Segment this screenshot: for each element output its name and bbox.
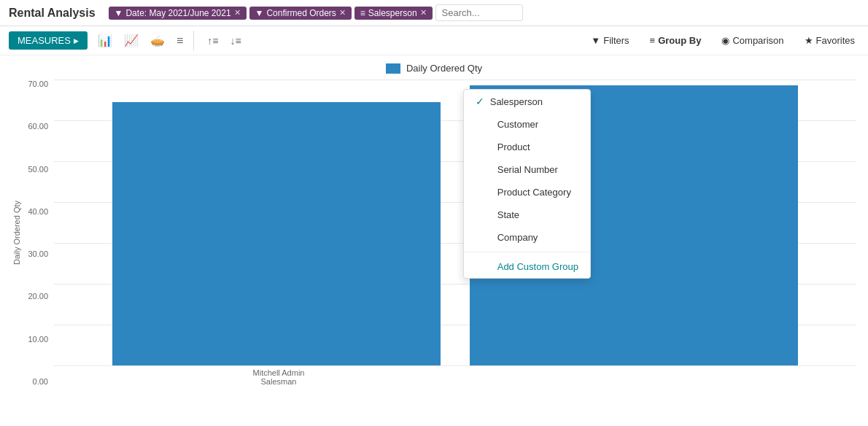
line-chart-icon[interactable]: 📈 bbox=[120, 31, 143, 50]
date-filter-label: Date: May 2021/June 2021 bbox=[125, 8, 230, 18]
groupby-company-label: Company bbox=[497, 232, 538, 243]
filters-icon: ▼ bbox=[591, 35, 600, 46]
stacked-icon[interactable]: ≡ bbox=[172, 31, 187, 50]
legend-label: Daily Ordered Qty bbox=[406, 63, 482, 74]
search-input[interactable] bbox=[435, 4, 523, 21]
chart-area: Daily Ordered Qty 70.00 60.00 50.00 40.0… bbox=[12, 80, 856, 386]
y-tick: 50.00 bbox=[28, 165, 48, 174]
x-label-1-role: Salesman bbox=[86, 377, 471, 386]
y-tick: 10.00 bbox=[28, 335, 48, 344]
add-custom-label: Add Custom Group bbox=[497, 261, 578, 272]
check-icon: ✓ bbox=[476, 96, 484, 107]
date-filter-tag[interactable]: ▼ Date: May 2021/June 2021 ✕ bbox=[109, 7, 247, 20]
groupby-label: Group By bbox=[658, 35, 701, 46]
chart-legend: Daily Ordered Qty bbox=[12, 63, 856, 74]
filter-icon: ▼ bbox=[115, 8, 123, 18]
groupby-item-serial-number[interactable]: Serial Number bbox=[464, 158, 590, 181]
groupby-state-label: State bbox=[497, 209, 519, 220]
favorites-icon: ★ bbox=[805, 35, 813, 46]
salesperson-filter-remove[interactable]: ✕ bbox=[420, 8, 427, 18]
bar-group-1 bbox=[112, 80, 441, 365]
page-title: Rental Analysis bbox=[9, 7, 96, 20]
chart-type-group: 📊 📈 🥧 ≡ bbox=[93, 31, 194, 50]
filter-icon3: ≡ bbox=[360, 8, 365, 18]
order-filter-tag[interactable]: ▼ Confirmed Orders ✕ bbox=[249, 7, 352, 20]
y-axis-label: Daily Ordered Qty bbox=[12, 201, 21, 265]
header-bar: Rental Analysis ▼ Date: May 2021/June 20… bbox=[0, 0, 868, 26]
x-axis: Mitchell Admin Salesman bbox=[54, 365, 856, 386]
bars-container bbox=[54, 80, 856, 365]
y-tick: 70.00 bbox=[28, 80, 48, 88]
filter-icon2: ▼ bbox=[255, 8, 264, 18]
sort-group: ↑≡ ↓≡ bbox=[203, 32, 245, 50]
filters-button[interactable]: ▼ Filters bbox=[586, 32, 633, 49]
groupby-item-product-category[interactable]: Product Category bbox=[464, 181, 590, 204]
groupby-item-salesperson[interactable]: ✓ Salesperson bbox=[464, 90, 590, 113]
pie-chart-icon[interactable]: 🥧 bbox=[146, 31, 169, 50]
bar-chart-icon[interactable]: 📊 bbox=[93, 31, 117, 50]
toolbar: MEASURES 📊 📈 🥧 ≡ ↑≡ ↓≡ ▼ Filters ≡ Group… bbox=[0, 26, 868, 55]
x-label-2 bbox=[471, 368, 856, 386]
groupby-salesperson-label: Salesperson bbox=[490, 96, 543, 107]
groupby-icon: ≡ bbox=[650, 35, 656, 46]
right-controls: ▼ Filters ≡ Group By ◉ Comparison ★ Favo… bbox=[586, 32, 859, 49]
groupby-customer-label: Customer bbox=[497, 119, 538, 130]
groupby-product-label: Product bbox=[497, 142, 530, 152]
chart-plot bbox=[54, 80, 856, 365]
dropdown-divider bbox=[464, 252, 590, 252]
legend-color-swatch bbox=[386, 63, 400, 74]
x-label-1-name: Mitchell Admin bbox=[86, 368, 471, 377]
x-label-1: Mitchell Admin Salesman bbox=[86, 368, 471, 386]
filters-label: Filters bbox=[603, 35, 629, 46]
comparison-label: Comparison bbox=[732, 35, 783, 46]
comparison-button[interactable]: ◉ Comparison bbox=[717, 32, 788, 49]
grid-line bbox=[54, 365, 856, 366]
y-tick: 40.00 bbox=[28, 207, 48, 216]
add-custom-group-item[interactable]: Add Custom Group bbox=[464, 255, 590, 278]
y-tick: 20.00 bbox=[28, 292, 48, 301]
groupby-serial-label: Serial Number bbox=[497, 164, 558, 175]
measures-label: MEASURES bbox=[18, 35, 71, 46]
y-tick: 0.00 bbox=[33, 377, 48, 386]
y-tick: 30.00 bbox=[28, 249, 48, 258]
comparison-icon: ◉ bbox=[721, 35, 729, 46]
main-content: Daily Ordered Qty Daily Ordered Qty 70.0… bbox=[0, 55, 868, 393]
order-filter-label: Confirmed Orders bbox=[266, 8, 336, 18]
date-filter-remove[interactable]: ✕ bbox=[234, 8, 241, 18]
groupby-item-customer[interactable]: Customer bbox=[464, 113, 590, 136]
groupby-dropdown: ✓ Salesperson Customer Product Serial Nu… bbox=[463, 89, 591, 279]
favorites-button[interactable]: ★ Favorites bbox=[800, 32, 859, 49]
sort-desc-icon[interactable]: ↓≡ bbox=[225, 32, 245, 50]
groupby-button[interactable]: ≡ Group By bbox=[646, 32, 706, 49]
groupby-category-label: Product Category bbox=[497, 187, 571, 198]
groupby-item-company[interactable]: Company bbox=[464, 226, 590, 249]
salesperson-filter-label: Salesperson bbox=[368, 8, 417, 18]
bar-1 bbox=[112, 102, 441, 365]
measures-button[interactable]: MEASURES bbox=[9, 31, 88, 50]
groupby-item-state[interactable]: State bbox=[464, 204, 590, 226]
order-filter-remove[interactable]: ✕ bbox=[339, 8, 346, 18]
salesperson-filter-tag[interactable]: ≡ Salesperson ✕ bbox=[354, 7, 433, 20]
favorites-label: Favorites bbox=[816, 35, 855, 46]
y-tick: 60.00 bbox=[28, 122, 48, 131]
filter-tags: ▼ Date: May 2021/June 2021 ✕ ▼ Confirmed… bbox=[109, 4, 859, 21]
y-axis: 70.00 60.00 50.00 40.00 30.00 20.00 10.0… bbox=[22, 80, 54, 386]
groupby-item-product[interactable]: Product bbox=[464, 136, 590, 158]
sort-asc-icon[interactable]: ↑≡ bbox=[203, 32, 222, 50]
